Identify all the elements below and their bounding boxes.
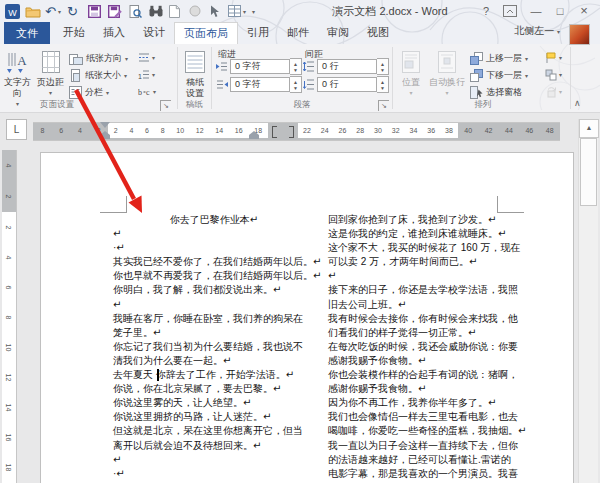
line-numbers-button[interactable]: 1 ▾ [138, 67, 155, 82]
undo-icon[interactable]: ↶ [45, 2, 56, 20]
group-objects-icon [545, 69, 557, 81]
columns-icon [69, 86, 82, 99]
text-boundary-corner-right [497, 196, 524, 213]
text-direction-button[interactable]: A 文字方向 ▾ [2, 47, 33, 107]
find-icon[interactable] [149, 2, 163, 20]
print-preview-icon[interactable] [129, 2, 142, 20]
touch-mode-icon[interactable] [208, 2, 220, 20]
tab-insert[interactable]: 插入 [94, 22, 134, 44]
text-line: 去年夏天 你辞去了工作，开始学法语。↵ [113, 368, 315, 382]
selection-pane-icon [470, 86, 483, 99]
account-menu[interactable]: 北侧左一 ▾ [514, 24, 560, 38]
save-icon[interactable] [88, 2, 101, 20]
group-label-arrange: 排列 [396, 99, 570, 111]
text-line: 你明白，我了解，我们都没说出来。↵ [113, 283, 315, 297]
tab-view[interactable]: 视图 [358, 22, 398, 44]
new-document-icon[interactable] [169, 2, 180, 20]
text-line: ↵ [113, 227, 315, 241]
margins-button[interactable]: 页边距 ▾ [35, 47, 66, 107]
titlebar: W ↶ ▾ ↻ ▾ ▾ 演示文档 2.docx - Word ? — □ × [0, 0, 600, 22]
open-folder-icon[interactable] [25, 2, 41, 20]
text-line: ·↵ [113, 241, 315, 255]
minimize-button[interactable]: — [524, 0, 548, 22]
rotate-objects-button[interactable]: ▾ [545, 84, 562, 99]
ribbon-page-layout: A 文字方向 ▾ 页边距 ▾ 纸张方向▾ 纸张大小▾ 分栏▾ ▾ 1 ▾ bc … [0, 44, 600, 112]
indent-left-icon [216, 61, 228, 72]
group-label-paragraph: 段落 [212, 99, 392, 111]
vertical-ruler[interactable]: 42 24681012141618 [2, 150, 17, 483]
hanging-indent-marker[interactable] [100, 131, 110, 139]
paragraph-dialog-launcher[interactable]: ↘ [378, 100, 389, 111]
bring-forward-icon [470, 52, 483, 65]
text-boundary-corner-left [100, 196, 127, 213]
manuscript-settings-icon [181, 47, 209, 77]
position-caret: ▾ [396, 89, 426, 96]
redo-icon[interactable]: ↻ [67, 2, 78, 20]
text-line: 回到家你抢到了床，我抢到了沙发。↵ [328, 213, 530, 227]
svg-text:W: W [8, 7, 17, 17]
columns-button[interactable]: 分栏▾ [69, 84, 109, 100]
tab-file[interactable]: 文件 [4, 22, 50, 44]
indent-left-spinner[interactable]: ▲▼ [290, 58, 302, 75]
text-line: 喝咖啡，你爱吃一些奇怪的蛋糕，我抽烟。↵ [328, 424, 530, 438]
paper-size-button[interactable]: 纸张大小▾ [69, 67, 127, 83]
space-after-field[interactable]: 0 行 ▲▼ [303, 77, 389, 92]
text-line: 我睡在客厅，你睡在卧室，我们养的狗呆在 [113, 312, 315, 326]
right-indent-marker[interactable] [249, 131, 259, 139]
text-line: 这是你我的约定，谁抢到床谁就睡床。↵ [328, 227, 530, 241]
ribbon-display-options-button[interactable] [498, 0, 522, 22]
indent-right-field[interactable]: 0 字符 ▲▼ [216, 77, 302, 92]
horizontal-ruler[interactable]: 8642 24681012141618 222426283032343638 4… [33, 122, 560, 141]
breaks-button[interactable]: ▾ [138, 50, 155, 65]
account-caret-icon: ▾ [557, 29, 560, 35]
tab-references[interactable]: 引用 [238, 22, 278, 44]
wrap-text-button[interactable]: 自动换行 ▾ [428, 47, 466, 107]
table-grid-icon[interactable] [228, 2, 241, 20]
document-title-line: 你去了巴黎作业本↵ [113, 213, 315, 227]
close-button[interactable]: × [572, 0, 596, 22]
indent-right-spinner[interactable]: ▲▼ [290, 76, 302, 93]
tab-review[interactable]: 审阅 [318, 22, 358, 44]
align-objects-button[interactable]: ▾ [545, 50, 562, 65]
bring-forward-button[interactable]: 上移一层▾ [470, 50, 528, 66]
manuscript-settings-button[interactable]: 稿纸 设置 [181, 47, 209, 107]
save-edit-icon[interactable] [108, 2, 122, 20]
tab-mailings[interactable]: 邮件 [278, 22, 318, 44]
tab-stop-selector[interactable]: L [6, 119, 27, 140]
space-before-field[interactable]: 0 行 ▲▼ [303, 59, 389, 74]
undo-dropdown-caret[interactable]: ▾ [58, 2, 61, 20]
align-objects-icon [545, 52, 557, 64]
avatar[interactable] [569, 24, 590, 45]
help-button[interactable]: ? [474, 0, 498, 22]
first-line-indent-marker[interactable] [100, 122, 110, 128]
svg-text:A: A [17, 53, 27, 68]
selection-pane-button[interactable]: 选择窗格 [470, 84, 522, 100]
position-button[interactable]: 位置 ▾ [396, 47, 426, 107]
text-line: ↵ [113, 453, 315, 467]
column-gap-left-bracket[interactable] [272, 126, 277, 138]
tab-design[interactable]: 设计 [134, 22, 174, 44]
vertical-scrollbar[interactable]: ▲ [578, 119, 598, 483]
tab-page-layout[interactable]: 页面布局 [174, 22, 238, 44]
group-objects-button[interactable]: ▾ [545, 67, 562, 82]
text-line: 笼子里。↵ [113, 326, 315, 340]
space-after-spinner[interactable]: ▲▼ [377, 76, 389, 93]
column-gap-right-bracket[interactable] [289, 126, 294, 138]
orientation-button[interactable]: 纸张方向▾ [69, 50, 128, 66]
space-before-spinner[interactable]: ▲▼ [377, 58, 389, 75]
maximize-button[interactable]: □ [548, 0, 572, 22]
table-grid-caret[interactable]: ▾ [243, 2, 246, 20]
line-numbers-icon: 1 [138, 69, 150, 80]
scroll-up-button[interactable]: ▲ [579, 119, 599, 138]
indent-left-field[interactable]: 0 字符 ▲▼ [216, 59, 302, 74]
collapse-ribbon-button[interactable]: ∧ [574, 98, 581, 108]
scrollbar-thumb[interactable] [580, 138, 597, 206]
space-before-icon [303, 61, 315, 72]
indent-right-icon [216, 79, 228, 90]
send-backward-button[interactable]: 下移一层▾ [470, 67, 528, 83]
page-setup-dialog-launcher[interactable]: ↘ [160, 100, 171, 111]
tab-home[interactable]: 开始 [54, 22, 94, 44]
wrap-text-icon [428, 47, 466, 77]
hyphenation-button[interactable]: bc ▾ [138, 84, 156, 99]
text-line: 我有时候会去接你，你有时候会来找我，他 [328, 312, 530, 326]
